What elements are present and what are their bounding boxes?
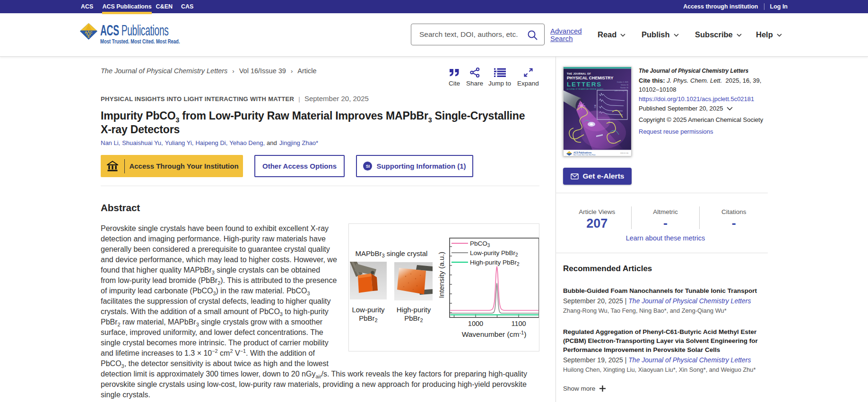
svg-text:PbBr2: PbBr2 — [404, 314, 423, 323]
svg-text:Volume 16: Volume 16 — [621, 84, 628, 86]
svg-text:MAPbBr3 single crystal: MAPbBr3 single crystal — [356, 249, 428, 258]
svg-text:PHYSICAL CHEMISTRY: PHYSICAL CHEMISTRY — [567, 76, 613, 80]
svg-text:1000: 1000 — [468, 320, 483, 327]
svg-text:High-purity: High-purity — [397, 306, 431, 314]
svg-text:October 2, 2025: October 2, 2025 — [617, 81, 628, 83]
svg-text:PbCO3: PbCO3 — [470, 240, 490, 248]
svg-text:Low-purity PbBr2: Low-purity PbBr2 — [470, 249, 518, 257]
svg-text:A JOURNAL OF THE AMERICAN CHEM: A JOURNAL OF THE AMERICAN CHEMICAL SOCIE… — [567, 88, 603, 90]
svg-text:Wavenumber (cm-1): Wavenumber (cm-1) — [462, 330, 527, 338]
svg-text:Number 39: Number 39 — [620, 87, 628, 89]
svg-text:www.acs.org: www.acs.org — [620, 152, 628, 154]
svg-text:THE JOURNAL OF: THE JOURNAL OF — [567, 72, 591, 75]
svg-text:1100: 1100 — [511, 320, 526, 327]
svg-text:PbBr2: PbBr2 — [359, 314, 377, 323]
svg-text:Low-purity: Low-purity — [352, 306, 385, 314]
svg-text:LETTERS: LETTERS — [567, 81, 602, 88]
svg-text:Intensity (a.u.): Intensity (a.u.) — [437, 252, 445, 298]
svg-text:High-purity PbBr2: High-purity PbBr2 — [470, 259, 520, 267]
svg-text:Most Trusted. Most Cited. Most: Most Trusted. Most Cited. Most Read. — [573, 154, 596, 156]
svg-text:G(t): G(t) — [594, 104, 596, 108]
